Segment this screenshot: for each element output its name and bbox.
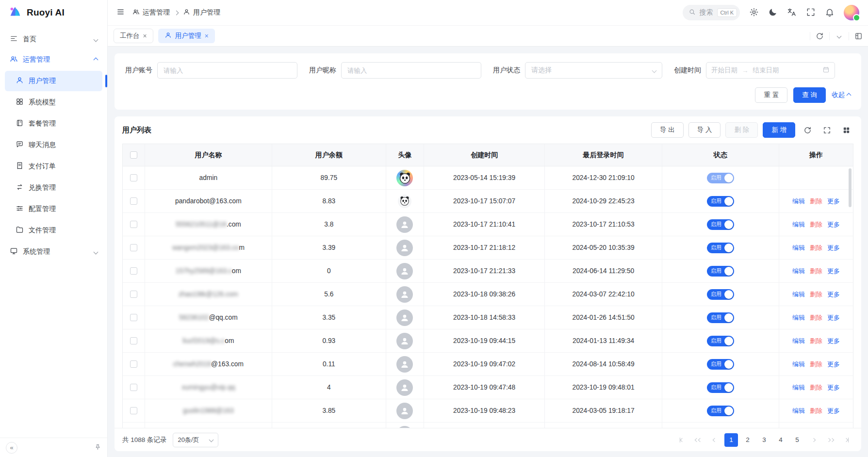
chevron-down-icon[interactable] bbox=[829, 32, 849, 40]
add-button[interactable]: 新 增 bbox=[763, 122, 795, 138]
delete-link[interactable]: 删除 bbox=[810, 383, 822, 392]
status-toggle[interactable]: 启用 bbox=[707, 289, 734, 300]
page-button-2[interactable]: 2 bbox=[741, 433, 754, 447]
delete-link[interactable]: 删除 bbox=[810, 407, 822, 415]
status-toggle[interactable]: 启用 bbox=[707, 196, 734, 207]
select-all-checkbox[interactable] bbox=[130, 151, 138, 159]
sidebar-item-file-management[interactable]: 文件管理 bbox=[5, 220, 102, 241]
row-checkbox[interactable] bbox=[130, 174, 138, 182]
sidebar-item-user-management[interactable]: 用户管理 bbox=[5, 71, 102, 91]
delete-link[interactable]: 删除 bbox=[810, 337, 822, 345]
more-link[interactable]: 更多 bbox=[827, 407, 840, 415]
page-button-4[interactable]: 4 bbox=[774, 433, 787, 447]
status-toggle[interactable]: 启用 bbox=[707, 243, 734, 253]
delete-link[interactable]: 删除 bbox=[810, 290, 822, 299]
date-range-picker[interactable]: 开始日期 → 结束日期 bbox=[706, 62, 835, 79]
edit-link[interactable]: 编辑 bbox=[792, 383, 805, 392]
status-toggle[interactable]: 启用 bbox=[707, 312, 734, 323]
delete-link[interactable]: 删除 bbox=[810, 267, 822, 276]
row-checkbox[interactable] bbox=[130, 291, 138, 298]
layout-icon[interactable] bbox=[849, 32, 868, 40]
row-checkbox[interactable] bbox=[130, 267, 138, 275]
page-size-select[interactable]: 20条/页 bbox=[173, 433, 218, 447]
delete-button[interactable]: 删 除 bbox=[725, 122, 758, 138]
breadcrumb-item-user-management[interactable]: 用户管理 bbox=[183, 8, 220, 17]
notification-bell-icon[interactable] bbox=[825, 7, 835, 18]
edit-link[interactable]: 编辑 bbox=[792, 360, 805, 369]
delete-link[interactable]: 删除 bbox=[810, 360, 822, 369]
sidebar-collapse-button[interactable]: « bbox=[6, 442, 17, 454]
back-5-pages-button[interactable] bbox=[691, 433, 705, 447]
status-select[interactable]: 请选择 bbox=[525, 62, 662, 79]
row-checkbox[interactable] bbox=[130, 337, 138, 345]
global-search[interactable]: 搜索 Ctrl K bbox=[683, 5, 740, 20]
status-toggle[interactable]: 启用 bbox=[707, 219, 734, 230]
more-link[interactable]: 更多 bbox=[827, 290, 840, 299]
more-link[interactable]: 更多 bbox=[827, 383, 840, 392]
export-button[interactable]: 导 出 bbox=[651, 122, 684, 138]
close-icon[interactable]: × bbox=[143, 33, 147, 39]
status-toggle[interactable]: 启用 bbox=[707, 359, 734, 370]
collapse-filters-link[interactable]: 收起 bbox=[832, 91, 851, 99]
more-link[interactable]: 更多 bbox=[827, 244, 840, 252]
row-checkbox[interactable] bbox=[130, 360, 138, 368]
edit-link[interactable]: 编辑 bbox=[792, 337, 805, 345]
sidebar-item-chat-messages[interactable]: 聊天消息 bbox=[5, 135, 102, 155]
first-page-button[interactable] bbox=[675, 433, 688, 447]
more-link[interactable]: 更多 bbox=[827, 220, 840, 229]
row-checkbox[interactable] bbox=[130, 407, 138, 415]
previous-page-button[interactable] bbox=[708, 433, 721, 447]
sidebar-item-exchange-management[interactable]: 兑换管理 bbox=[5, 178, 102, 198]
reset-button[interactable]: 重 置 bbox=[755, 87, 787, 103]
row-checkbox[interactable] bbox=[130, 384, 138, 392]
more-link[interactable]: 更多 bbox=[827, 313, 840, 322]
page-button-1[interactable]: 1 bbox=[724, 433, 738, 447]
column-settings-grid-icon[interactable] bbox=[839, 123, 853, 137]
user-avatar[interactable] bbox=[844, 5, 859, 20]
delete-link[interactable]: 删除 bbox=[810, 197, 822, 206]
forward-5-pages-button[interactable] bbox=[823, 433, 837, 447]
sidebar-item-package-management[interactable]: 套餐管理 bbox=[5, 114, 102, 134]
row-checkbox[interactable] bbox=[130, 314, 138, 322]
more-link[interactable]: 更多 bbox=[827, 337, 840, 345]
more-link[interactable]: 更多 bbox=[827, 197, 840, 206]
row-checkbox[interactable] bbox=[130, 244, 138, 252]
edit-link[interactable]: 编辑 bbox=[792, 244, 805, 252]
delete-link[interactable]: 删除 bbox=[810, 244, 822, 252]
tab-user-management[interactable]: 用户管理 × bbox=[158, 29, 215, 43]
edit-link[interactable]: 编辑 bbox=[792, 267, 805, 276]
status-toggle[interactable]: 启用 bbox=[707, 406, 734, 416]
row-checkbox[interactable] bbox=[130, 197, 138, 205]
status-toggle[interactable]: 启用 bbox=[707, 382, 734, 393]
status-toggle[interactable]: 启用 bbox=[707, 336, 734, 346]
search-button[interactable]: 查 询 bbox=[793, 87, 826, 103]
sidebar-item-config-management[interactable]: 配置管理 bbox=[5, 199, 102, 219]
tab-workbench[interactable]: 工作台 × bbox=[114, 29, 153, 43]
row-checkbox[interactable] bbox=[130, 221, 138, 228]
sidebar-item-system[interactable]: 系统管理 bbox=[5, 242, 102, 262]
edit-link[interactable]: 编辑 bbox=[792, 197, 805, 206]
pin-icon[interactable] bbox=[94, 443, 101, 452]
edit-link[interactable]: 编辑 bbox=[792, 407, 805, 415]
more-link[interactable]: 更多 bbox=[827, 267, 840, 276]
fullscreen-icon[interactable] bbox=[819, 123, 834, 137]
settings-gear-icon[interactable] bbox=[749, 7, 759, 18]
translate-icon[interactable] bbox=[787, 7, 797, 18]
status-toggle[interactable]: 启用 bbox=[707, 266, 734, 277]
sidebar-item-home[interactable]: 首页 bbox=[5, 29, 102, 49]
vertical-scrollbar[interactable] bbox=[849, 168, 852, 207]
refresh-icon[interactable] bbox=[800, 123, 815, 137]
delete-link[interactable]: 删除 bbox=[810, 313, 822, 322]
delete-link[interactable]: 删除 bbox=[810, 220, 822, 229]
page-button-3[interactable]: 3 bbox=[757, 433, 771, 447]
next-page-button[interactable] bbox=[807, 433, 820, 447]
nickname-input[interactable] bbox=[341, 62, 481, 79]
more-link[interactable]: 更多 bbox=[827, 360, 840, 369]
breadcrumb-item-operations[interactable]: 运营管理 bbox=[132, 8, 170, 17]
hamburger-icon[interactable] bbox=[116, 8, 125, 17]
page-button-5[interactable]: 5 bbox=[790, 433, 804, 447]
dark-mode-moon-icon[interactable] bbox=[768, 7, 778, 18]
fullscreen-icon[interactable] bbox=[806, 7, 816, 18]
sidebar-item-payment-orders[interactable]: 支付订单 bbox=[5, 156, 102, 177]
account-input[interactable] bbox=[157, 62, 297, 79]
